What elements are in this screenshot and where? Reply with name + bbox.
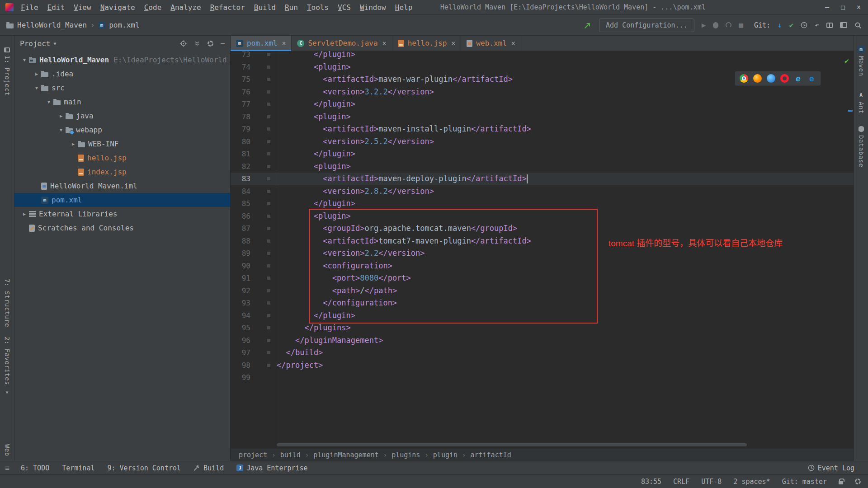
lock-icon[interactable] [839,481,843,484]
event-log-button[interactable]: Event Log [802,464,868,472]
code-line-97[interactable]: 97 </build> [231,347,854,359]
safari-icon[interactable] [767,74,775,83]
breadcrumb-item-artifactid[interactable]: artifactId [470,451,511,459]
stripe-button-2-favorites[interactable]: 2: Favorites★ [0,337,14,395]
code-line-98[interactable]: 98</project> [231,359,854,372]
tree-item-main[interactable]: ▼main [14,95,230,109]
menu-run[interactable]: Run [280,0,302,15]
code-line-80[interactable]: 80 <version>2.5.2</version> [231,136,854,148]
fold-marker[interactable] [250,247,277,260]
menu-view[interactable]: View [69,0,96,15]
git-rollback-icon[interactable]: ↶ [815,21,819,29]
fold-marker[interactable] [250,260,277,272]
line-number[interactable]: 86 [231,210,250,223]
stripe-button-web[interactable]: Web [0,444,14,456]
menu-tools[interactable]: Tools [302,0,333,15]
toolwindow-button-9-version-control[interactable]: 9: Version Control [101,464,187,472]
project-view-selector[interactable]: Project [20,39,50,48]
locate-file-icon[interactable] [180,40,187,47]
code-line-95[interactable]: 95 </plugins> [231,322,854,334]
line-number[interactable]: 98 [231,359,250,372]
collapse-all-icon[interactable] [194,40,200,47]
toolwindow-button-java-enterprise[interactable]: JJava Enterprise [230,464,314,472]
firefox-icon[interactable] [753,74,762,83]
tree-item-helloworld-maven-iml[interactable]: HelloWorld_Maven.iml [14,179,230,193]
menu-navigate[interactable]: Navigate [96,0,140,15]
code-editor[interactable]: 73 </plugin>74 <plugin>75 <artifactId>ma… [231,51,854,448]
maximize-button[interactable]: □ [841,3,845,11]
stripe-button-database[interactable]: Database [854,126,868,167]
tree-item-idea[interactable]: ▶.idea [14,67,230,81]
tab-hello-jsp[interactable]: hello.jsp× [392,36,462,51]
chevron-right-icon[interactable]: ▶ [57,113,66,118]
menu-file[interactable]: File [16,0,43,15]
fold-marker[interactable] [250,148,277,160]
line-number[interactable]: 80 [231,136,250,148]
chrome-icon[interactable] [740,74,748,83]
code-line-78[interactable]: 78 <plugin> [231,111,854,123]
chevron-right-icon[interactable]: ▶ [32,71,41,76]
line-number[interactable]: 73 [231,51,250,61]
fold-marker[interactable] [250,160,277,173]
line-number[interactable]: 87 [231,222,250,235]
fold-marker[interactable] [250,73,277,86]
chevron-right-icon[interactable]: ▶ [20,211,29,216]
toolwindow-switcher-icon[interactable]: ≡ [0,464,14,472]
breadcrumb-item-build[interactable]: build [280,451,301,459]
line-number[interactable]: 99 [231,371,250,384]
line-number[interactable]: 74 [231,61,250,74]
code-line-85[interactable]: 85 </plugin> [231,197,854,210]
fold-marker[interactable] [250,310,277,322]
fold-marker[interactable] [250,210,277,223]
line-number[interactable]: 91 [231,272,250,285]
toolwindow-button-terminal[interactable]: Terminal [56,464,101,472]
fold-marker[interactable] [250,285,277,297]
toolwindow-button-6-todo[interactable]: 6: TODO [14,464,56,472]
code-line-93[interactable]: 93 </configuration> [231,297,854,310]
fold-marker[interactable] [250,197,277,210]
hide-panel-icon[interactable]: — [221,39,225,47]
breadcrumb-item-project[interactable]: project [239,451,267,459]
code-line-84[interactable]: 84 <version>2.8.2</version> [231,185,854,198]
fold-marker[interactable] [250,272,277,285]
line-number[interactable]: 77 [231,98,250,111]
chevron-down-icon[interactable]: ▼ [44,99,53,104]
edge-icon[interactable]: e [807,74,816,83]
menu-vcs[interactable]: VCS [333,0,355,15]
line-number[interactable]: 79 [231,123,250,136]
line-number[interactable]: 94 [231,310,250,322]
fold-marker[interactable] [250,123,277,136]
tree-item-helloworld-maven[interactable]: ▼HelloWorld_MavenE:\IdeaProjects\HelloWo… [14,53,230,67]
line-number[interactable]: 82 [231,160,250,173]
line-number[interactable]: 97 [231,347,250,359]
stripe-button-ant[interactable]: AAnt [854,92,868,114]
code-line-99[interactable]: 99 [231,371,854,384]
chevron-down-icon[interactable]: ▼ [20,57,29,62]
status-git-master[interactable]: Git: master [782,478,827,486]
stripe-button-maven[interactable]: mMaven [854,46,868,76]
tree-item-scratches-and-consoles[interactable]: Scratches and Consoles [14,221,230,235]
fold-marker[interactable] [250,347,277,359]
close-button[interactable]: × [857,3,861,11]
chevron-down-icon[interactable]: ▼ [32,85,41,90]
inspections-ok-icon[interactable]: ✔ [844,56,849,65]
tree-item-pom-xml[interactable]: mpom.xml [14,193,230,207]
add-configuration-button[interactable]: Add Configuration... [599,19,694,32]
tab-web-xml[interactable]: web.xml× [461,36,521,51]
diff-icon[interactable] [826,23,833,28]
fold-marker[interactable] [250,86,277,99]
code-line-91[interactable]: 91 <port>8080</port> [231,272,854,285]
line-number[interactable]: 81 [231,148,250,160]
git-commit-icon[interactable]: ✔ [789,21,794,29]
menu-build[interactable]: Build [250,0,280,15]
tree-item-webapp[interactable]: ▼webapp [14,123,230,137]
ie-icon[interactable]: e [794,74,802,83]
toolwindow-button-build[interactable]: Build [187,464,230,472]
layout-icon[interactable] [840,22,847,28]
chevron-down-icon[interactable]: ▼ [53,41,56,46]
fold-marker[interactable] [250,322,277,334]
profiler-button[interactable] [726,22,731,28]
line-number[interactable]: 89 [231,247,250,260]
close-tab-icon[interactable]: × [451,39,455,47]
fold-marker[interactable] [250,185,277,198]
